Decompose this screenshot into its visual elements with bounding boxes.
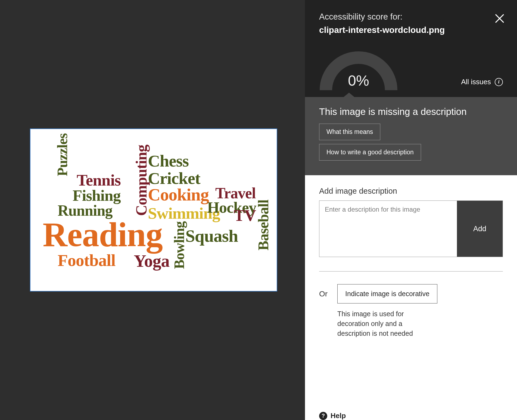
issue-block: This image is missing a description What… bbox=[305, 97, 517, 175]
wc-word: Chess bbox=[148, 152, 189, 169]
wc-word: Cooking bbox=[148, 186, 209, 203]
description-form: Add image description Add Or Indicate im… bbox=[305, 175, 517, 409]
info-icon: i bbox=[495, 78, 503, 86]
divider bbox=[319, 271, 503, 272]
how-to-write-button[interactable]: How to write a good description bbox=[319, 144, 421, 161]
wc-word: Computing bbox=[134, 145, 149, 216]
description-input[interactable] bbox=[319, 201, 457, 257]
wordcloud-image[interactable]: Puzzles Tennis Fishing Running Reading F… bbox=[30, 128, 277, 292]
wc-word: Baseball bbox=[256, 200, 271, 250]
accessibility-panel: Accessibility score for: clipart-interes… bbox=[305, 0, 517, 420]
help-icon: ? bbox=[319, 412, 327, 420]
filename: clipart-interest-wordcloud.png bbox=[319, 25, 503, 35]
image-preview-pane: Puzzles Tennis Fishing Running Reading F… bbox=[0, 0, 305, 420]
all-issues-label: All issues bbox=[461, 78, 491, 86]
decorative-help-text: This image is used for decoration only a… bbox=[337, 309, 435, 338]
add-button[interactable]: Add bbox=[457, 201, 503, 257]
wc-word: Reading bbox=[43, 218, 163, 252]
close-button[interactable] bbox=[494, 13, 505, 25]
wc-word: Football bbox=[58, 252, 115, 269]
wc-word: TV bbox=[234, 207, 256, 224]
what-this-means-button[interactable]: What this means bbox=[319, 124, 380, 140]
wc-word: Cricket bbox=[148, 170, 200, 187]
close-icon bbox=[494, 13, 505, 24]
wc-word: Tennis bbox=[77, 172, 121, 188]
wc-word: Bowling bbox=[172, 221, 186, 269]
description-row: Add bbox=[319, 200, 503, 257]
score-label: Accessibility score for: bbox=[319, 12, 503, 22]
panel-header: Accessibility score for: clipart-interes… bbox=[305, 0, 517, 97]
score-gauge: 0% bbox=[316, 48, 401, 89]
issue-heading: This image is missing a description bbox=[319, 106, 503, 117]
wc-word: Fishing bbox=[73, 188, 121, 203]
help-link[interactable]: ? Help bbox=[305, 409, 517, 420]
description-label: Add image description bbox=[319, 187, 503, 196]
all-issues-link[interactable]: All issues i bbox=[461, 78, 503, 86]
wc-word: Yoga bbox=[134, 252, 169, 270]
score-percent: 0% bbox=[316, 72, 401, 89]
wc-word: Squash bbox=[185, 227, 238, 245]
indicate-decorative-button[interactable]: Indicate image is decorative bbox=[337, 284, 437, 303]
wc-word: Puzzles bbox=[55, 133, 70, 176]
help-label: Help bbox=[331, 412, 346, 420]
or-label: Or bbox=[319, 284, 328, 298]
